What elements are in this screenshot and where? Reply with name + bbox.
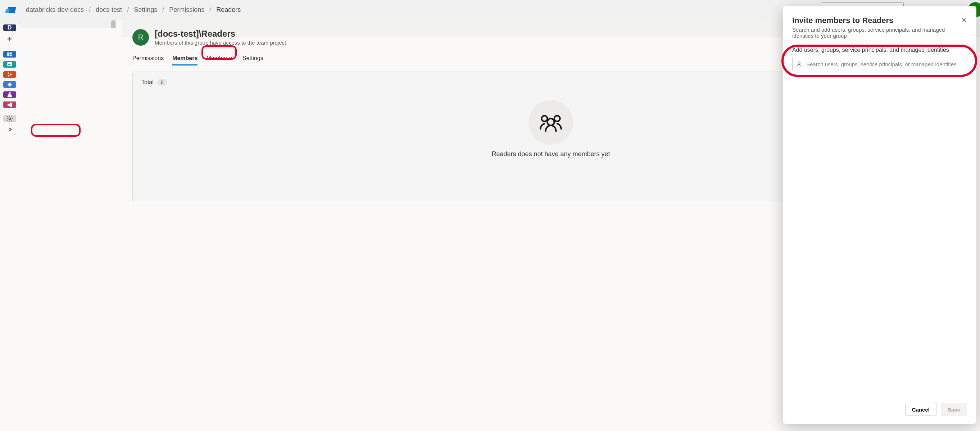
group-avatar: R <box>132 29 149 46</box>
invite-members-panel: Invite members to Readers Search and add… <box>783 6 977 424</box>
svg-rect-0 <box>7 52 10 56</box>
group-subtitle: Members of this group have access to the… <box>155 40 288 46</box>
svg-rect-3 <box>7 62 12 66</box>
breadcrumb-sep: / <box>162 6 164 14</box>
rail-settings-icon[interactable] <box>3 115 16 122</box>
svg-point-10 <box>9 118 10 120</box>
breadcrumb-project[interactable]: docs-test <box>96 6 122 14</box>
svg-point-4 <box>8 72 9 74</box>
breadcrumb-permissions[interactable]: Permissions <box>169 6 204 14</box>
close-icon[interactable] <box>959 15 969 25</box>
svg-rect-2 <box>10 55 12 56</box>
rail-add-icon[interactable]: + <box>3 35 16 44</box>
rail-repos-icon[interactable] <box>3 71 16 78</box>
tab-member-of[interactable]: Member of <box>206 52 234 65</box>
settings-sidebar: Project Settings docs-test General Overv… <box>19 20 116 28</box>
save-button[interactable]: Save <box>941 403 967 416</box>
person-search-icon <box>796 61 802 67</box>
rail-expand-icon[interactable] <box>3 126 16 133</box>
breadcrumb-sep: / <box>209 6 211 14</box>
rail-project-tile[interactable]: D <box>3 24 16 31</box>
tab-settings[interactable]: Settings <box>242 52 263 65</box>
annotation-ring-permissions <box>31 124 81 137</box>
rail-overview-icon[interactable] <box>3 51 16 57</box>
svg-rect-1 <box>10 52 12 54</box>
breadcrumb: databricks-dev-docs / docs-test / Settin… <box>26 6 241 14</box>
svg-point-32 <box>547 119 554 126</box>
invite-search-input[interactable] <box>792 57 967 71</box>
svg-rect-7 <box>8 103 10 106</box>
flyout-title: Invite members to Readers <box>792 16 967 25</box>
svg-point-31 <box>554 116 560 122</box>
svg-point-6 <box>10 74 11 75</box>
tab-permissions[interactable]: Permissions <box>132 52 164 65</box>
cancel-button[interactable]: Cancel <box>905 403 937 416</box>
flyout-subtitle: Search and add users, groups, service pr… <box>792 27 950 39</box>
empty-members-text: Readers does not have any members yet <box>492 150 610 158</box>
empty-members-icon <box>528 100 573 145</box>
breadcrumb-group[interactable]: Readers <box>216 6 241 14</box>
total-label: Total <box>142 79 154 86</box>
group-title: [docs-test]\Readers <box>155 29 288 39</box>
svg-point-33 <box>798 62 800 64</box>
svg-point-5 <box>8 75 9 76</box>
rail-pipelines-icon[interactable] <box>3 81 16 88</box>
breadcrumb-sep: / <box>89 6 91 14</box>
svg-point-30 <box>541 116 547 122</box>
rail-artifacts-icon[interactable] <box>3 102 16 108</box>
flyout-field-label: Add users, groups, service principals, a… <box>792 47 967 53</box>
rail-testplans-icon[interactable] <box>3 91 16 98</box>
breadcrumb-sep: / <box>127 6 129 14</box>
rail-boards-icon[interactable] <box>3 61 16 68</box>
left-rail: D + <box>0 20 19 24</box>
azure-devops-icon[interactable] <box>6 4 17 16</box>
total-count-badge: 0 <box>157 79 167 86</box>
sidebar-scrollbar[interactable] <box>111 20 116 28</box>
breadcrumb-org[interactable]: databricks-dev-docs <box>26 6 84 14</box>
breadcrumb-settings[interactable]: Settings <box>134 6 157 14</box>
tab-members[interactable]: Members <box>172 52 197 65</box>
svg-rect-9 <box>10 105 12 107</box>
svg-rect-8 <box>10 103 12 105</box>
